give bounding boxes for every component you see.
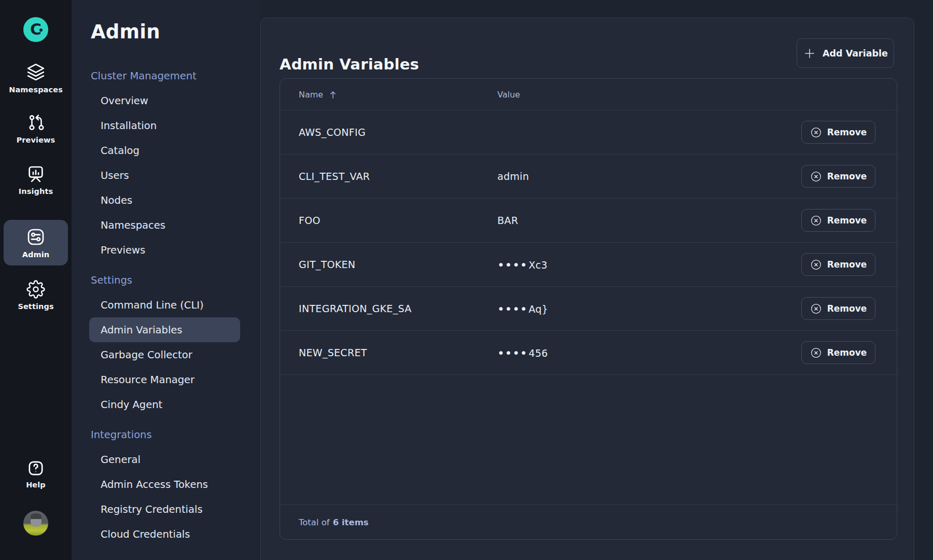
row-value: admin <box>497 171 801 182</box>
sidenav-item[interactable]: General <box>89 447 240 472</box>
section-header: Cluster Management <box>72 63 260 88</box>
remove-button[interactable]: Remove <box>801 121 875 144</box>
rail-item-label: Namespaces <box>9 86 63 94</box>
column-header-value[interactable]: Value <box>497 90 801 100</box>
sidenav-item[interactable]: Users <box>89 163 240 188</box>
masked-value-dots: •••• <box>497 346 527 360</box>
remove-label: Remove <box>827 347 867 358</box>
main-area: Admin Variables Add Variable Name <box>260 0 933 560</box>
remove-label: Remove <box>827 171 867 181</box>
row-name: NEW_SECRET <box>299 347 497 358</box>
row-name: CLI_TEST_VAR <box>299 171 497 182</box>
admin-variables-card: Admin Variables Add Variable Name <box>260 18 914 560</box>
table-body: AWS_CONFIGRemoveCLI_TEST_VARadminRemoveF… <box>280 110 897 375</box>
column-header-name[interactable]: Name <box>299 90 497 100</box>
rail-item-help[interactable]: Help <box>0 459 72 489</box>
sidenav-item[interactable]: Catalog <box>89 138 240 163</box>
table-row: FOOBARRemove <box>280 199 897 243</box>
gear-icon <box>26 280 45 299</box>
git-pull-request-icon <box>26 114 45 132</box>
sidenav-item[interactable]: Cindy Agent <box>89 392 240 417</box>
sort-ascending-icon <box>329 90 337 99</box>
sidenav-list: Cluster ManagementOverviewInstallationCa… <box>72 63 260 547</box>
row-name: GIT_TOKEN <box>299 259 497 270</box>
sidenav-title: Admin <box>91 21 160 43</box>
section-header: Settings <box>72 268 260 292</box>
remove-button[interactable]: Remove <box>801 297 875 320</box>
table-row: CLI_TEST_VARadminRemove <box>280 155 897 199</box>
footer-total-count: 6 items <box>333 517 369 527</box>
sidenav-item[interactable]: Garbage Collector <box>89 342 240 367</box>
table-row: NEW_SECRET••••456Remove <box>280 331 897 375</box>
remove-label: Remove <box>827 127 867 137</box>
remove-label: Remove <box>827 259 867 270</box>
masked-value-suffix: Xc3 <box>528 259 547 271</box>
remove-button[interactable]: Remove <box>801 209 875 232</box>
table-footer: Total of 6 items <box>280 505 897 539</box>
remove-button[interactable]: Remove <box>801 165 875 188</box>
plus-icon <box>803 47 816 60</box>
rail-item-namespaces[interactable]: Namespaces <box>0 62 72 94</box>
rail-item-label: Help <box>26 481 46 489</box>
circle-x-icon <box>810 127 822 138</box>
remove-button[interactable]: Remove <box>801 253 875 276</box>
masked-value-suffix: 456 <box>528 347 548 359</box>
masked-value-suffix: Aq} <box>528 303 548 315</box>
circle-x-icon <box>810 259 822 271</box>
row-value: ••••Xc3 <box>497 258 801 271</box>
sidenav-item[interactable]: Namespaces <box>89 213 240 237</box>
remove-label: Remove <box>827 215 867 226</box>
sidenav-item[interactable]: Registry Credentials <box>89 497 240 522</box>
sidenav-item[interactable]: Admin Access Tokens <box>89 472 240 497</box>
rail-item-insights[interactable]: Insights <box>0 164 72 195</box>
user-avatar[interactable] <box>23 511 48 536</box>
circle-x-icon <box>810 347 822 359</box>
column-header-name-label: Name <box>299 90 323 100</box>
sidenav-item[interactable]: Admin Variables <box>89 317 240 342</box>
table-row: AWS_CONFIGRemove <box>280 110 897 155</box>
table-row: INTEGRATION_GKE_SA••••Aq}Remove <box>280 287 897 331</box>
row-name: INTEGRATION_GKE_SA <box>299 303 497 314</box>
presentation-chart-icon <box>26 164 46 184</box>
circle-x-icon <box>810 303 822 315</box>
add-variable-label: Add Variable <box>823 48 888 59</box>
remove-button[interactable]: Remove <box>801 341 875 364</box>
rail-item-label: Insights <box>19 187 53 195</box>
row-value: ••••Aq} <box>497 302 801 315</box>
rail-item-label: Admin <box>22 250 50 259</box>
row-name: FOO <box>299 215 497 226</box>
sliders-icon <box>25 227 46 247</box>
rail-item-settings[interactable]: Settings <box>0 280 72 311</box>
brand-logo[interactable] <box>23 17 48 42</box>
admin-sidenav: Admin Cluster ManagementOverviewInstalla… <box>72 0 260 560</box>
sidenav-item[interactable]: Resource Manager <box>89 367 240 392</box>
table-empty-space <box>280 375 897 505</box>
page-title: Admin Variables <box>280 55 419 73</box>
sidenav-item[interactable]: Command Line (CLI) <box>89 292 240 317</box>
rail-item-label: Settings <box>18 302 53 311</box>
table-row: GIT_TOKEN••••Xc3Remove <box>280 243 897 287</box>
circle-x-icon <box>810 171 822 183</box>
circle-x-icon <box>810 215 822 227</box>
masked-value-dots: •••• <box>497 302 527 316</box>
sidenav-item[interactable]: Overview <box>89 88 240 113</box>
help-icon <box>27 459 45 477</box>
variables-table: Name Value AWS_CONFIGRemoveCLI_TEST_VARa… <box>280 78 897 540</box>
layers-icon <box>26 62 46 82</box>
sidenav-item[interactable]: Installation <box>89 113 240 138</box>
table-header-row: Name Value <box>280 79 897 110</box>
footer-total-prefix: Total of <box>299 517 330 527</box>
row-value: ••••456 <box>497 346 801 359</box>
section-header: Integrations <box>72 422 260 447</box>
masked-value-dots: •••• <box>497 258 527 272</box>
rail-item-admin-selected[interactable]: Admin <box>4 220 68 265</box>
primary-rail: Namespaces Previews Insights <box>0 0 72 560</box>
remove-label: Remove <box>827 303 867 314</box>
sidenav-item[interactable]: Cloud Credentials <box>89 522 240 547</box>
sidenav-item[interactable]: Previews <box>89 237 240 262</box>
sidenav-item[interactable]: Nodes <box>89 188 240 213</box>
row-value: BAR <box>497 215 801 226</box>
rail-item-previews[interactable]: Previews <box>0 114 72 144</box>
rail-item-label: Previews <box>17 136 55 144</box>
add-variable-button[interactable]: Add Variable <box>797 38 894 68</box>
